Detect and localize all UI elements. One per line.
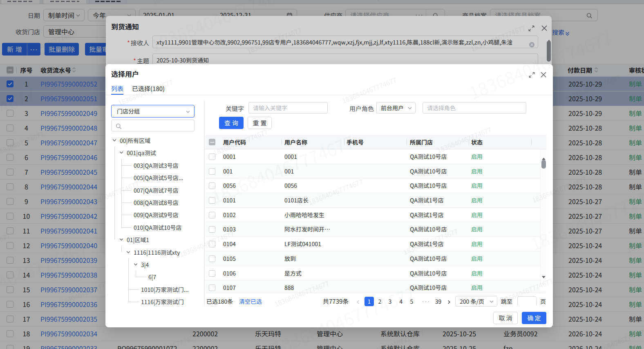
page-number-button[interactable]: ··· (418, 297, 433, 306)
user-name-cell: 阿水打发时间开… (284, 222, 330, 236)
store-cell: QA测试10号店 (410, 164, 447, 178)
tree-expand-icon[interactable] (112, 138, 117, 143)
user-name-cell: 0001 (284, 149, 297, 164)
tree-search-input[interactable] (111, 120, 195, 131)
next-page-button[interactable] (445, 296, 453, 307)
page-number-button[interactable]: 1 (364, 297, 374, 306)
tree-item[interactable]: 001|qa测试 (105, 147, 203, 159)
tree-item[interactable]: 009|QA测试9号店 (105, 209, 203, 221)
row-checkbox[interactable] (209, 153, 215, 160)
tab-selected[interactable]: 已选择(180) (132, 82, 165, 95)
table-scrollbar[interactable] (540, 149, 546, 284)
tree-item[interactable]: 008|QA测试8号店 (105, 196, 203, 209)
page-number-button[interactable]: 4 (396, 297, 406, 306)
status-cell: 启用 (471, 178, 483, 193)
user-name-cell: 是方式 (284, 266, 302, 280)
tree-item[interactable]: 00|所有区域 (105, 134, 203, 147)
keyword-input[interactable] (248, 102, 328, 113)
row-checkbox[interactable] (209, 212, 215, 218)
tree-connector (128, 258, 129, 302)
row-checkbox[interactable] (209, 168, 215, 175)
footer-divider (205, 293, 546, 293)
cancel-button[interactable]: 取消 (493, 312, 518, 324)
role-input[interactable] (423, 102, 526, 113)
tree-item[interactable]: 6|7 (105, 271, 203, 283)
search-icon (115, 123, 122, 129)
page-number-button[interactable]: 3 (385, 297, 395, 306)
tree-item[interactable]: 1116|1116测试xty (105, 246, 203, 258)
close-icon[interactable] (540, 69, 547, 78)
keyword-input-field[interactable] (249, 102, 327, 113)
tree-item-label: 1010|万家测试门... (141, 285, 189, 293)
tree-item-label: 001|qa测试 (127, 149, 156, 157)
tree-search-field[interactable] (123, 120, 192, 131)
row-checkbox[interactable] (209, 270, 215, 277)
header-divider (407, 139, 407, 145)
tree-item[interactable]: 1010|万家测试门... (105, 283, 203, 296)
tree-expand-icon[interactable] (119, 150, 124, 155)
row-checkbox[interactable] (209, 285, 215, 291)
scrollbar-thumb[interactable] (541, 160, 546, 169)
fullscreen-icon[interactable] (528, 69, 535, 79)
tree-item-label: 009|QA测试9号店 (134, 211, 179, 219)
tree-item[interactable]: 01|区域1 (105, 233, 203, 246)
row-checkbox[interactable] (209, 197, 215, 204)
scroll-down-icon[interactable] (542, 271, 546, 281)
store-cell: QA测试10号店 (410, 222, 447, 236)
chevron-down-icon (186, 109, 190, 114)
chevron-down-icon (489, 299, 494, 304)
tree-expand-icon[interactable] (126, 250, 131, 255)
tree-item[interactable]: 3|4 (105, 258, 203, 271)
role-type-value: 前台用户 (381, 102, 404, 113)
tree-item[interactable]: 005|QA测试5号店... (105, 171, 203, 184)
page-size-select[interactable]: 200 条/页 (455, 296, 497, 307)
selected-count: 已选180条 (206, 296, 233, 307)
group-type-select[interactable]: 门店分组 (111, 105, 195, 118)
tabs-divider (105, 95, 553, 95)
row-checkbox[interactable] (209, 182, 215, 189)
user-row: 0107 888 QA测试10号店 启用 (205, 280, 540, 293)
row-checkbox[interactable] (209, 226, 215, 233)
row-checkbox[interactable] (209, 256, 215, 262)
select-all-checkbox[interactable] (209, 139, 215, 145)
tree-item[interactable]: 003|QA测试3号店 (105, 159, 203, 171)
user-code-cell: 0101 (223, 193, 236, 207)
tree-item[interactable]: 1116|万家测试门 (105, 296, 203, 306)
user-name-cell: 0101店长 (284, 193, 309, 207)
tree-connector (121, 159, 122, 227)
store-cell: QA测试1号店 (410, 193, 444, 207)
tree-item[interactable]: 007|QA测试7号店 (105, 184, 203, 196)
user-name-cell: 001 (284, 164, 294, 178)
jump-page-input[interactable] (517, 296, 537, 307)
tree-item-label: 1116|万家测试门 (141, 298, 184, 306)
confirm-button[interactable]: 确定 (522, 312, 546, 324)
user-row: 0102 小雨哈哈哈发生 QA测试1号店 启用 (205, 208, 540, 222)
header-divider (531, 139, 532, 145)
prev-page-button[interactable] (354, 296, 362, 307)
clear-selection-link[interactable]: 清空已选 (239, 296, 262, 307)
reset-button[interactable]: 重置 (248, 117, 272, 129)
page-number-button[interactable]: 39 (434, 297, 443, 306)
role-input-field[interactable] (423, 102, 526, 113)
tree-expand-icon[interactable] (133, 262, 138, 267)
page-number-button[interactable]: 5 (407, 297, 416, 306)
user-name-cell: 小雨哈哈哈发生 (284, 208, 324, 222)
role-type-select[interactable]: 前台用户 (376, 102, 416, 113)
tab-list[interactable]: 列表 (111, 82, 123, 95)
query-button[interactable]: 查询 (219, 117, 244, 129)
tree-connector (114, 147, 115, 240)
tree-expand-icon[interactable] (119, 237, 124, 242)
header-divider (344, 139, 344, 145)
tree-item[interactable]: 010|QA测试10号店 (105, 221, 203, 233)
chevron-down-icon (407, 106, 412, 111)
user-code-cell: 001 (223, 164, 233, 178)
jump-page-field[interactable] (518, 298, 536, 307)
user-row: 0001 0001 QA测试10号店 启用 (205, 149, 540, 164)
row-checkbox[interactable] (209, 241, 215, 247)
page-number-button[interactable]: 2 (375, 297, 385, 306)
store-cell: QA测试10号店 (410, 251, 447, 266)
user-code-cell: 0107 (223, 280, 236, 293)
panel-divider (204, 100, 205, 306)
header-divider (282, 139, 282, 145)
status-cell: 启用 (471, 149, 483, 164)
